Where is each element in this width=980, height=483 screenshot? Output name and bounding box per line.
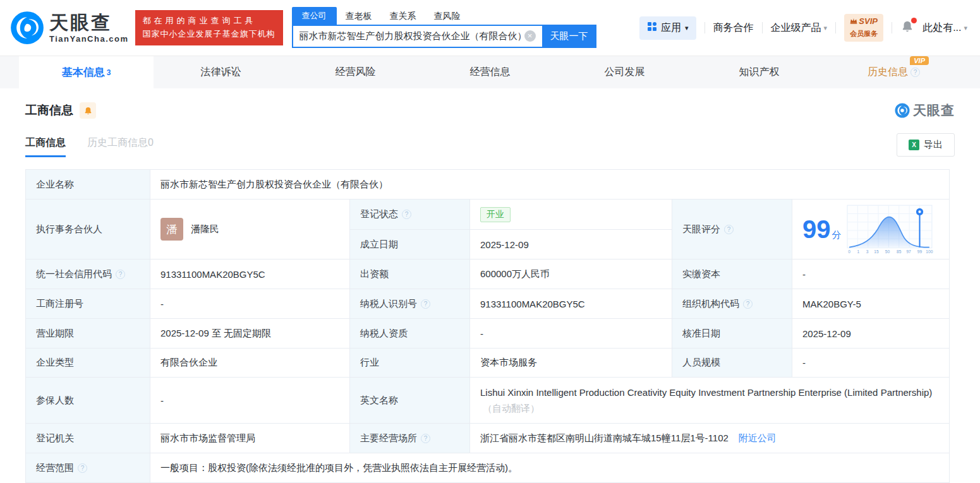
search-tab-company[interactable]: 查公司	[292, 7, 337, 25]
svip-label: SVIP	[859, 16, 878, 27]
section-title: 工商信息	[25, 102, 73, 119]
svg-text:97: 97	[906, 249, 911, 254]
field-label-english-name: 英文名称	[350, 378, 470, 424]
subtab-history-business-info[interactable]: 历史工商信息0	[87, 136, 154, 157]
divider	[762, 22, 763, 33]
field-value-paid-capital: -	[792, 259, 950, 289]
svg-text:50: 50	[885, 249, 890, 254]
tab-operating-risk[interactable]: 经营风险	[288, 56, 423, 88]
nav-cooperation[interactable]: 商务合作	[713, 21, 754, 35]
account-label: 此处有...	[923, 21, 961, 35]
field-label-capital: 出资额	[350, 259, 470, 289]
excel-icon: X	[909, 140, 919, 150]
account-menu[interactable]: 此处有... ▾	[923, 21, 967, 35]
svg-text:85: 85	[897, 249, 902, 254]
field-value-registration-status: 开业	[470, 200, 672, 230]
help-icon[interactable]: ?	[78, 463, 87, 473]
bell-icon	[83, 106, 93, 116]
section-header: 工商信息 天眼查	[25, 102, 955, 119]
tab-label: 经营信息	[470, 66, 511, 79]
subtab-business-info[interactable]: 工商信息	[25, 136, 66, 157]
search-tab-boss[interactable]: 查老板	[337, 8, 381, 25]
field-value-insured-count: -	[150, 378, 350, 424]
field-label-business-term: 营业期限	[26, 319, 150, 349]
tab-history-info[interactable]: 历史信息 VIP ?	[826, 56, 961, 88]
field-label-registration-status: 登记状态 ?	[350, 200, 470, 230]
brand-title: 天眼查	[49, 13, 129, 32]
apps-menu[interactable]: 应用 ▾	[639, 16, 696, 40]
tab-intellectual-property[interactable]: 知识产权	[692, 56, 826, 88]
tab-company-development[interactable]: 公司发展	[557, 56, 692, 88]
field-label-taxpayer-quality: 纳税人资质	[350, 319, 470, 349]
help-icon[interactable]: ?	[421, 434, 430, 443]
notifications-button[interactable]	[900, 20, 914, 36]
help-icon[interactable]: ?	[402, 210, 411, 219]
tab-basic-info[interactable]: 基本信息 3	[19, 56, 154, 88]
svip-sublabel: 会员服务	[850, 30, 878, 37]
field-value-business-scope: 一般项目：股权投资(除依法须经批准的项目外，凭营业执照依法自主开展经营活动)。	[150, 453, 950, 483]
tianyancha-logo-icon	[10, 11, 44, 45]
svg-text:0: 0	[848, 249, 850, 254]
tab-basic-info-label: 基本信息	[62, 65, 105, 80]
field-label-registration-number: 工商注册号	[26, 289, 150, 319]
field-label-credit-code: 统一社会信用代码 ?	[26, 259, 150, 289]
svg-text:100: 100	[926, 249, 933, 254]
subtabs-row: 工商信息 历史工商信息0 X 导出	[25, 133, 955, 160]
field-label-insured-count: 参保人数	[26, 378, 150, 424]
search-input[interactable]	[292, 25, 542, 48]
field-label-executive-partner: 执行事务合伙人	[26, 200, 150, 259]
clear-search-icon[interactable]: ×	[524, 30, 536, 42]
partner-avatar[interactable]: 潘	[160, 218, 183, 241]
chevron-down-icon: ▾	[964, 24, 967, 32]
search-button[interactable]: 天眼一下	[542, 25, 596, 48]
field-label-business-address: 主要经营场所 ?	[350, 424, 470, 453]
search-tab-relation[interactable]: 查关系	[381, 8, 425, 25]
help-icon[interactable]: ?	[724, 225, 734, 234]
field-value-business-term: 2025-12-09 至 无固定期限	[150, 319, 350, 349]
export-button[interactable]: X 导出	[897, 133, 955, 157]
brand-text: 天眼查 TianYanCha.com	[49, 13, 129, 43]
field-label-industry: 行业	[350, 349, 470, 378]
field-label-registry-authority: 登记机关	[26, 424, 150, 453]
nav-enterprise-label: 企业级产品	[771, 21, 821, 35]
svip-membership-button[interactable]: SVIP 会员服务	[844, 14, 883, 42]
field-value-company-type: 有限合伙企业	[150, 349, 350, 378]
field-value-registration-number: -	[150, 289, 350, 319]
field-value-english-name: Lishui Xinxin Intelligent Production Cre…	[470, 378, 950, 424]
help-icon[interactable]: ?	[421, 299, 430, 309]
field-label-establish-date: 成立日期	[350, 230, 470, 259]
nav-enterprise-products[interactable]: 企业级产品 ▾	[771, 21, 828, 35]
field-value-business-address: 浙江省丽水市莲都区南明山街道南城车城15幢11层1号-1102 附近公司	[470, 424, 950, 453]
field-value-executive-partner: 潘 潘隆民	[150, 200, 350, 259]
field-value-registry-authority: 丽水市市场监督管理局	[150, 424, 350, 453]
field-label-approval-date: 核准日期	[672, 319, 792, 349]
svg-text:99: 99	[917, 249, 922, 254]
field-value-establish-date: 2025-12-09	[470, 230, 672, 259]
status-badge-open: 开业	[480, 207, 511, 222]
nearby-companies-link[interactable]: 附近公司	[739, 432, 777, 444]
tab-legal-proceedings[interactable]: 法律诉讼	[154, 56, 288, 88]
field-value-industry: 资本市场服务	[470, 349, 672, 378]
monitor-bell-button[interactable]	[80, 102, 96, 119]
chevron-down-icon: ▾	[824, 24, 828, 32]
tab-operating-info[interactable]: 经营信息	[423, 56, 557, 88]
tianyancha-logo-icon	[895, 103, 910, 118]
score-value: 99	[802, 215, 831, 243]
divider	[705, 22, 705, 33]
brand-logo[interactable]: 天眼查 TianYanCha.com	[10, 11, 129, 45]
search-tab-risk[interactable]: 查风险	[425, 8, 469, 25]
field-value-capital: 600000万人民币	[470, 259, 672, 289]
help-icon[interactable]: ?	[116, 270, 125, 279]
tab-label: 知识产权	[739, 66, 780, 79]
field-value-taxpayer-id: 91331100MAK20BGY5C	[470, 289, 672, 319]
field-value-company-name: 丽水市新芯智生产创力股权投资合伙企业（有限合伙）	[150, 170, 950, 200]
field-label-business-scope: 经营范围 ?	[26, 453, 150, 483]
divider	[835, 22, 836, 33]
help-icon[interactable]: ?	[743, 299, 753, 309]
apps-grid-icon	[647, 21, 657, 34]
page: 天眼查 TianYanCha.com 都在用的商业查询工具 国家中小企业发展子基…	[0, 0, 980, 483]
tab-label: 法律诉讼	[201, 66, 241, 79]
header: 天眼查 TianYanCha.com 都在用的商业查询工具 国家中小企业发展子基…	[0, 0, 980, 56]
partner-name-link[interactable]: 潘隆民	[191, 224, 219, 236]
help-icon[interactable]: ?	[910, 68, 920, 77]
